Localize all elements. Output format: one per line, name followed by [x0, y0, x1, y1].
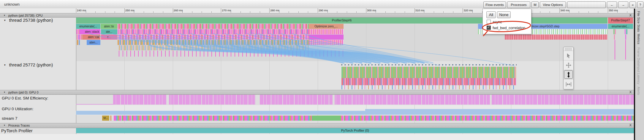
slice-aten-cat[interactable]: aten::cat	[82, 35, 100, 40]
section-header-process-traces[interactable]: ▾ Process Traces X	[0, 123, 634, 128]
slice-dense-strip[interactable]	[118, 40, 309, 45]
ruler-minor-tick	[356, 11, 357, 13]
ruler-tick-label: 290 ms	[319, 9, 328, 12]
slice-optimizer-zero[interactable]: Optimizer.zero_...	[309, 24, 344, 29]
track-label-thread-25738[interactable]: ▾thread 25738 (python)	[4, 18, 53, 23]
ruler-minor-tick	[550, 11, 550, 13]
slice-enumerate[interactable]: enumerate(...	[76, 24, 100, 29]
time-ruler[interactable]: 240 ms250 ms260 ms270 ms280 ms290 ms300 …	[0, 8, 644, 13]
all-button[interactable]: All	[486, 11, 496, 18]
ruler-minor-tick	[617, 11, 618, 13]
track-label-stream7[interactable]: stream 7	[2, 116, 18, 121]
slice-ate[interactable]: ate...	[101, 29, 117, 34]
slice-dense-strip[interactable]	[118, 29, 309, 34]
help-button[interactable]: ?	[637, 1, 643, 8]
collapse-triangle-icon[interactable]: ▾	[4, 14, 5, 17]
fwd-bwd-correlation-checkbox[interactable]	[487, 26, 491, 30]
track-label-pytorch-profiler[interactable]: PyTorch Profiler	[1, 128, 33, 133]
slice-dense-strip[interactable]	[118, 24, 309, 29]
async-checkbox[interactable]	[487, 20, 491, 24]
slice-aten-stack[interactable]: aten::stack	[79, 29, 100, 34]
section-header-gpu[interactable]: ▾ python (pid 0): GPU 0 X	[0, 90, 634, 95]
slice-aten-to[interactable]: aten::to	[101, 24, 117, 29]
zoom-tool-button[interactable]	[564, 70, 573, 79]
slice-sliver[interactable]	[626, 29, 627, 34]
track-label-gpu-utilization[interactable]: GPU 0 Utilization:	[2, 107, 34, 111]
timing-tool-button[interactable]	[564, 79, 573, 89]
collapse-triangle-icon[interactable]: ▾	[4, 19, 6, 22]
tab-file-size-stats[interactable]: File Size Stats	[637, 11, 640, 32]
slice-dense-strip-25772[interactable]	[341, 67, 516, 78]
none-button[interactable]: None	[497, 11, 511, 18]
collapse-triangle-icon[interactable]: ▾	[4, 91, 5, 94]
ruler-tick	[463, 8, 463, 13]
ruler-minor-tick	[289, 11, 289, 13]
window-title: unknown	[4, 2, 20, 7]
close-icon[interactable]: X	[629, 90, 632, 94]
pan-tool-button[interactable]	[564, 60, 573, 70]
sm-efficiency-bars[interactable]	[113, 95, 634, 105]
ruler-tick-label: 350 ms	[609, 9, 618, 12]
stream7-kernel-green[interactable]	[312, 116, 341, 121]
slice-memset[interactable]: M...	[102, 116, 109, 121]
tab-metrics[interactable]: Metrics	[637, 34, 640, 44]
close-icon[interactable]: X	[629, 123, 632, 127]
slice-dense-strip[interactable]	[118, 35, 309, 40]
track-label-sm-efficiency[interactable]: GPU 0 Est. SM Efficiency:	[2, 96, 48, 100]
tab-input-latency[interactable]: Input Latency	[637, 65, 640, 84]
gpu-utilization-bar-high[interactable]	[365, 109, 634, 115]
ruler-tick-label: 250 ms	[125, 9, 135, 12]
timing-range-icon	[565, 81, 572, 87]
tab-frame-data[interactable]: Frame Data	[637, 47, 640, 65]
track-label-thread-25772[interactable]: ▾thread 25772 (python)	[4, 62, 53, 67]
fwd-bwd-correlation-checkbox-row[interactable]: fwd_bwd_correlation	[487, 26, 525, 30]
close-icon[interactable]: X	[629, 13, 632, 17]
sm-gap	[166, 95, 169, 105]
ruler-tick	[318, 8, 318, 13]
tab-alerts[interactable]: Alerts	[637, 87, 640, 95]
selection-tool-button[interactable]	[564, 51, 573, 60]
slice-sliver[interactable]	[625, 29, 626, 34]
empty-area-below-tracks	[0, 134, 634, 140]
m-button[interactable]: M	[531, 1, 539, 8]
slice-c[interactable]: c...	[101, 35, 117, 40]
ruler-minor-tick	[298, 11, 299, 13]
slice-tick	[615, 40, 615, 60]
section-header-cpu[interactable]: ▾ python (pid 25738): CPU X	[0, 13, 634, 18]
collapse-triangle-icon[interactable]: ▾	[4, 124, 5, 127]
forward-button[interactable]: →	[618, 1, 628, 8]
flow-events-button[interactable]: Flow events	[483, 1, 506, 8]
slice-sparse-strip-25772[interactable]	[341, 85, 516, 89]
pytorch-profiler-bar[interactable]: PyTorch Profiler (0)	[76, 128, 634, 133]
expand-button[interactable]: »	[629, 1, 636, 8]
slice-dense-strip-25772[interactable]	[341, 78, 516, 85]
slice-sliver[interactable]	[76, 29, 79, 34]
slice-dense-strip[interactable]	[119, 45, 309, 50]
slice-sliver[interactable]	[110, 116, 111, 121]
stream7-kernels[interactable]	[114, 116, 634, 121]
collapse-triangle-icon[interactable]: ▾	[4, 63, 6, 66]
slice-dense-strip[interactable]	[309, 29, 344, 34]
slice-dense-strip[interactable]	[505, 35, 607, 40]
slice-sliver[interactable]	[615, 29, 616, 34]
slice-tick-strip[interactable]	[119, 51, 344, 57]
slice-sliver[interactable]	[614, 35, 615, 40]
slice-sliver[interactable]	[77, 40, 80, 45]
ruler-tick-label: 310 ms	[415, 9, 425, 12]
gpu-utilization-bar-low[interactable]	[76, 111, 365, 115]
slice-enumerate-2[interactable]: enumerate(...	[608, 24, 633, 29]
async-checkbox-row[interactable]: async	[487, 20, 502, 24]
slice-sliver[interactable]	[613, 29, 615, 34]
slice-dense-strip[interactable]	[309, 35, 344, 40]
slice-sliver[interactable]	[625, 35, 626, 40]
view-options-button[interactable]: View Options	[540, 1, 566, 8]
slice-sliver[interactable]	[77, 35, 82, 40]
ruler-minor-tick	[443, 11, 444, 13]
palette-grip-handle[interactable]	[565, 48, 572, 51]
slice-aten[interactable]: aten...	[87, 40, 100, 45]
slice-profiler-step7[interactable]: ProfilerStep#7	[608, 17, 633, 24]
processes-button[interactable]: Processes	[507, 1, 530, 8]
back-button[interactable]: ←	[607, 1, 617, 8]
ruler-tick	[608, 8, 608, 13]
slice-dense-strip[interactable]	[309, 40, 344, 45]
